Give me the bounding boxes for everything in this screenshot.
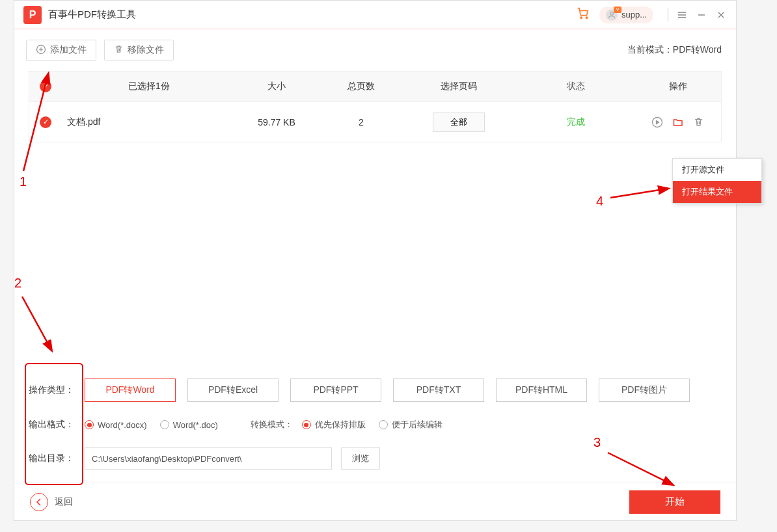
open-source-item[interactable]: 打开源文件 (673, 159, 761, 181)
current-mode-label: 当前模式：PDF转Word (627, 44, 724, 56)
user-chip[interactable]: V supp... (599, 7, 653, 23)
file-name: 文档.pdf (62, 116, 231, 128)
toolbar: 添加文件 移除文件 当前模式：PDF转Word (14, 29, 736, 62)
svg-point-0 (580, 17, 582, 18)
select-all-checkbox[interactable]: ✓ (40, 81, 51, 92)
svg-point-1 (586, 17, 587, 18)
header-size: 大小 (231, 81, 322, 92)
format-doc-radio[interactable]: Word(*.doc) (160, 420, 218, 430)
type-pdf-to-excel[interactable]: PDF转Excel (187, 379, 279, 402)
browse-button[interactable]: 浏览 (341, 447, 380, 470)
type-pdf-to-html[interactable]: PDF转HTML (496, 379, 587, 402)
table-row: ✓ 文档.pdf 59.77 KB 2 全部 完成 (29, 102, 722, 142)
file-pages: 2 (322, 117, 400, 127)
table-header: ✓ 已选择1份 大小 总页数 选择页码 状态 操作 (29, 71, 722, 102)
format-docx-radio[interactable]: Word(*.docx) (85, 420, 147, 430)
cart-icon[interactable] (576, 6, 590, 23)
plus-circle-icon (36, 44, 46, 57)
svg-point-2 (610, 12, 614, 15)
output-dir-input[interactable] (85, 447, 332, 470)
type-pdf-to-ppt[interactable]: PDF转PPT (290, 379, 381, 402)
folder-context-menu: 打开源文件 打开结果文件 (672, 158, 762, 204)
header-range: 选择页码 (400, 81, 517, 92)
convert-mode-label: 转换模式： (251, 419, 293, 431)
trash-icon (114, 44, 124, 56)
back-button[interactable]: 返回 (30, 493, 73, 511)
avatar-icon: V (606, 9, 618, 21)
close-icon[interactable] (715, 9, 727, 21)
header-status: 状态 (517, 81, 634, 92)
folder-icon[interactable] (672, 116, 684, 128)
mode-layout-radio[interactable]: 优先保持排版 (302, 419, 366, 431)
footer: 返回 开始 (14, 483, 736, 520)
operation-type-label: 操作类型： (29, 384, 85, 396)
header-action: 操作 (634, 81, 721, 92)
row-checkbox[interactable]: ✓ (40, 116, 51, 128)
app-title: 百事牛PDF转换工具 (48, 8, 136, 21)
add-file-button[interactable]: 添加文件 (26, 40, 96, 61)
minimize-icon[interactable] (696, 9, 707, 21)
remove-file-button[interactable]: 移除文件 (104, 40, 174, 60)
output-dir-label: 输出目录： (29, 453, 85, 464)
back-arrow-icon (30, 493, 48, 511)
user-name: supp... (621, 10, 647, 20)
menu-icon[interactable] (676, 9, 688, 21)
type-pdf-to-txt[interactable]: PDF转TXT (393, 379, 484, 402)
type-pdf-to-image[interactable]: PDF转图片 (599, 379, 690, 402)
mode-edit-radio[interactable]: 便于后续编辑 (379, 419, 443, 431)
file-table: ✓ 已选择1份 大小 总页数 选择页码 状态 操作 ✓ 文档.pdf 59.77… (29, 71, 722, 142)
header-pages: 总页数 (322, 81, 400, 92)
delete-icon[interactable] (693, 116, 705, 128)
app-window: P 百事牛PDF转换工具 V supp... (14, 0, 737, 521)
app-logo-icon: P (23, 6, 42, 24)
file-status: 完成 (517, 116, 634, 128)
play-icon[interactable] (651, 116, 663, 128)
header-selected: 已选择1份 (62, 81, 231, 92)
page-range-button[interactable]: 全部 (433, 113, 485, 132)
open-result-item[interactable]: 打开结果文件 (673, 181, 761, 203)
type-buttons: PDF转Word PDF转Excel PDF转PPT PDF转TXT PDF转H… (85, 379, 690, 402)
options-panel: 操作类型： PDF转Word PDF转Excel PDF转PPT PDF转TXT… (14, 369, 736, 483)
type-pdf-to-word[interactable]: PDF转Word (85, 379, 176, 402)
file-size: 59.77 KB (231, 117, 322, 127)
titlebar: P 百事牛PDF转换工具 V supp... (14, 1, 736, 29)
output-format-label: 输出格式： (29, 419, 85, 431)
start-button[interactable]: 开始 (629, 490, 720, 514)
